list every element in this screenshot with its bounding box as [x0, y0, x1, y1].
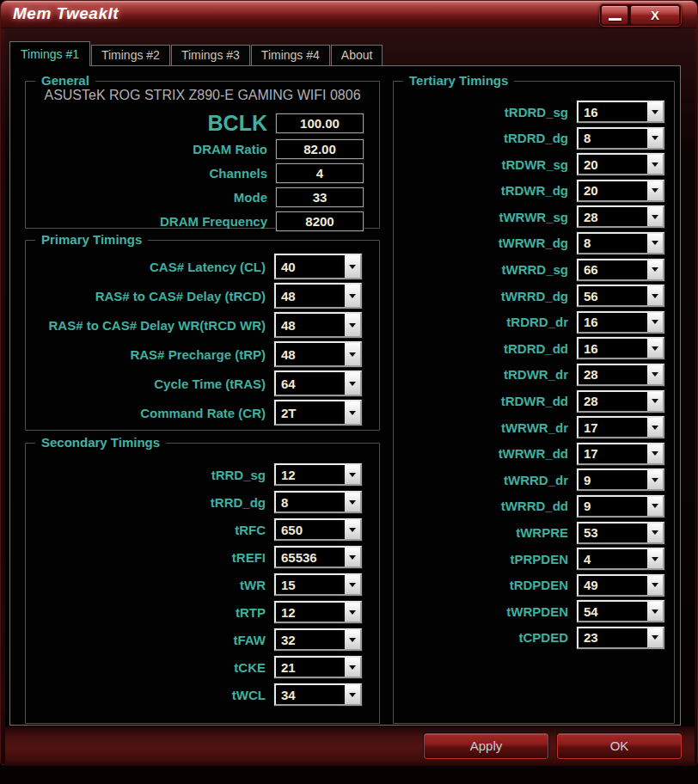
- timing-dropdown[interactable]: 34: [274, 683, 362, 706]
- dropdown-selected-value[interactable]: 2T: [276, 401, 343, 424]
- dropdown-arrow-button[interactable]: [646, 339, 663, 358]
- dropdown-selected-value[interactable]: 65536: [276, 548, 343, 567]
- dropdown-selected-value[interactable]: 8: [579, 234, 646, 253]
- dropdown-selected-value[interactable]: 40: [276, 255, 343, 278]
- dropdown-arrow-button[interactable]: [343, 343, 360, 365]
- dropdown-selected-value[interactable]: 20: [579, 181, 646, 200]
- dropdown-arrow-button[interactable]: [343, 465, 360, 484]
- dropdown-selected-value[interactable]: 17: [579, 444, 646, 463]
- timing-dropdown[interactable]: 8: [274, 491, 362, 513]
- timing-dropdown[interactable]: 54: [577, 600, 664, 622]
- dropdown-arrow-button[interactable]: [343, 548, 360, 567]
- dropdown-arrow-button[interactable]: [343, 520, 360, 539]
- timing-dropdown[interactable]: 15: [274, 573, 362, 596]
- dropdown-arrow-button[interactable]: [646, 497, 663, 516]
- timing-dropdown[interactable]: 17: [577, 416, 664, 438]
- timing-dropdown[interactable]: 65536: [274, 546, 362, 568]
- apply-button[interactable]: Apply: [424, 733, 548, 759]
- timing-dropdown[interactable]: 21: [274, 656, 362, 678]
- dropdown-arrow-button[interactable]: [646, 181, 663, 200]
- dropdown-selected-value[interactable]: 15: [276, 575, 343, 594]
- dropdown-selected-value[interactable]: 49: [579, 576, 646, 595]
- timing-dropdown[interactable]: 20: [577, 180, 664, 202]
- dropdown-selected-value[interactable]: 17: [579, 418, 646, 437]
- dropdown-arrow-button[interactable]: [646, 234, 663, 253]
- dropdown-arrow-button[interactable]: [343, 630, 360, 649]
- dropdown-selected-value[interactable]: 48: [276, 285, 343, 307]
- dropdown-selected-value[interactable]: 8: [276, 493, 343, 511]
- timing-dropdown[interactable]: 48: [274, 283, 362, 309]
- dropdown-selected-value[interactable]: 12: [276, 603, 343, 622]
- dropdown-selected-value[interactable]: 9: [579, 470, 646, 489]
- dropdown-arrow-button[interactable]: [646, 129, 663, 148]
- close-button[interactable]: X: [630, 5, 680, 25]
- timing-dropdown[interactable]: 20: [577, 153, 664, 175]
- dropdown-arrow-button[interactable]: [646, 628, 663, 647]
- dropdown-arrow-button[interactable]: [343, 575, 360, 594]
- timing-dropdown[interactable]: 64: [274, 371, 362, 396]
- timing-dropdown[interactable]: 28: [577, 205, 664, 228]
- dropdown-selected-value[interactable]: 48: [276, 314, 343, 336]
- timing-dropdown[interactable]: 16: [577, 101, 664, 123]
- timing-dropdown[interactable]: 650: [274, 518, 362, 541]
- dropdown-arrow-button[interactable]: [646, 444, 663, 463]
- dropdown-selected-value[interactable]: 12: [276, 465, 343, 484]
- dropdown-selected-value[interactable]: 64: [276, 372, 343, 395]
- dropdown-selected-value[interactable]: 23: [579, 628, 646, 647]
- timing-dropdown[interactable]: 40: [274, 254, 362, 279]
- timing-dropdown[interactable]: 8: [577, 232, 664, 254]
- dropdown-arrow-button[interactable]: [646, 524, 663, 542]
- dropdown-arrow-button[interactable]: [646, 392, 663, 411]
- dropdown-selected-value[interactable]: 28: [579, 207, 646, 226]
- dropdown-arrow-button[interactable]: [646, 286, 663, 305]
- dropdown-selected-value[interactable]: 16: [579, 339, 646, 358]
- dropdown-selected-value[interactable]: 8: [579, 129, 646, 148]
- timing-dropdown[interactable]: 16: [577, 311, 664, 334]
- dropdown-selected-value[interactable]: 48: [276, 343, 343, 365]
- dropdown-arrow-button[interactable]: [343, 603, 360, 622]
- dropdown-arrow-button[interactable]: [343, 401, 360, 424]
- dropdown-selected-value[interactable]: 9: [579, 497, 646, 516]
- dropdown-arrow-button[interactable]: [343, 372, 360, 395]
- dropdown-arrow-button[interactable]: [646, 576, 663, 595]
- dropdown-arrow-button[interactable]: [646, 365, 663, 384]
- dropdown-arrow-button[interactable]: [343, 285, 360, 307]
- dropdown-arrow-button[interactable]: [646, 155, 663, 174]
- timing-dropdown[interactable]: 16: [577, 337, 664, 359]
- timing-dropdown[interactable]: 66: [577, 259, 664, 281]
- timing-dropdown[interactable]: 49: [577, 574, 664, 597]
- dropdown-selected-value[interactable]: 32: [276, 630, 343, 649]
- dropdown-selected-value[interactable]: 28: [579, 392, 646, 411]
- dropdown-selected-value[interactable]: 650: [276, 520, 343, 539]
- dropdown-arrow-button[interactable]: [343, 255, 360, 278]
- dropdown-selected-value[interactable]: 21: [276, 658, 343, 677]
- tab-timings-2[interactable]: Timings #2: [91, 45, 170, 65]
- dropdown-selected-value[interactable]: 20: [579, 155, 646, 174]
- timing-dropdown[interactable]: 53: [577, 522, 664, 544]
- timing-dropdown[interactable]: 8: [577, 127, 664, 150]
- timing-dropdown[interactable]: 4: [577, 548, 664, 570]
- timing-dropdown[interactable]: 9: [577, 469, 664, 491]
- minimize-button[interactable]: [601, 5, 628, 25]
- dropdown-arrow-button[interactable]: [646, 313, 663, 332]
- timing-dropdown[interactable]: 56: [577, 285, 664, 307]
- dropdown-selected-value[interactable]: 28: [579, 365, 646, 384]
- timing-dropdown[interactable]: 48: [274, 312, 362, 338]
- dropdown-arrow-button[interactable]: [343, 314, 360, 336]
- timing-dropdown[interactable]: 28: [577, 364, 664, 386]
- dropdown-selected-value[interactable]: 34: [276, 685, 343, 704]
- tab-timings-1[interactable]: Timings #1: [9, 41, 90, 66]
- dropdown-selected-value[interactable]: 54: [579, 602, 646, 621]
- tab-timings-3[interactable]: Timings #3: [171, 45, 250, 65]
- dropdown-selected-value[interactable]: 16: [579, 102, 646, 121]
- dropdown-selected-value[interactable]: 56: [579, 286, 646, 305]
- dropdown-arrow-button[interactable]: [343, 685, 360, 704]
- dropdown-selected-value[interactable]: 53: [579, 524, 646, 542]
- tab-about[interactable]: About: [331, 45, 383, 65]
- dropdown-arrow-button[interactable]: [646, 207, 663, 226]
- timing-dropdown[interactable]: 28: [577, 390, 664, 413]
- dropdown-arrow-button[interactable]: [646, 418, 663, 437]
- dropdown-arrow-button[interactable]: [646, 549, 663, 568]
- timing-dropdown[interactable]: 23: [577, 627, 664, 649]
- timing-dropdown[interactable]: 48: [274, 341, 362, 367]
